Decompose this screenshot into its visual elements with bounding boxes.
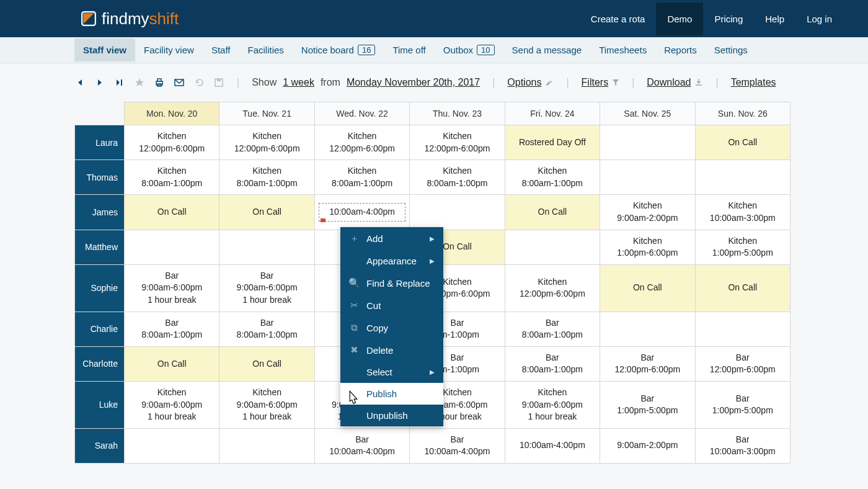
schedule-cell[interactable] — [505, 230, 600, 264]
tab-settings[interactable]: Settings — [706, 38, 756, 61]
schedule-cell[interactable]: Bar8:00am-1:00pm — [125, 312, 219, 346]
staff-name-cell[interactable]: Charlotte — [75, 346, 125, 381]
schedule-cell[interactable]: Bar12:00pm-6:00pm — [600, 346, 695, 381]
nav-login[interactable]: Log in — [795, 2, 843, 35]
day-header[interactable]: Wed. Nov. 22 — [314, 102, 409, 125]
schedule-cell[interactable]: 10:00am-4:00pm — [505, 428, 600, 463]
schedule-cell[interactable]: Kitchen12:00pm-6:00pm — [125, 125, 219, 160]
schedule-cell[interactable]: On Call — [695, 264, 790, 312]
schedule-cell[interactable]: On Call — [219, 195, 314, 230]
schedule-cell[interactable]: Kitchen12:00pm-6:00pm — [219, 125, 314, 160]
nav-pricing[interactable]: Pricing — [703, 2, 754, 35]
menu-delete[interactable]: ✖ Delete — [340, 339, 443, 361]
tab-facility-view[interactable]: Facility view — [135, 38, 203, 61]
schedule-cell[interactable]: 10:00am-4:00pm — [314, 195, 409, 230]
schedule-cell[interactable]: Rostered Day Off — [505, 125, 600, 160]
skip-icon[interactable] — [114, 77, 125, 88]
schedule-cell[interactable]: Bar12:00pm-6:00pm — [695, 346, 790, 381]
schedule-cell[interactable]: Bar1:00pm-5:00pm — [695, 381, 790, 428]
schedule-cell[interactable]: Bar9:00am-6:00pm1 hour break — [219, 264, 314, 312]
range-link[interactable]: 1 week — [283, 77, 314, 88]
schedule-cell[interactable]: Kitchen9:00am-6:00pm1 hour break — [505, 381, 600, 428]
schedule-cell[interactable]: Kitchen8:00am-1:00pm — [219, 160, 314, 195]
nav-create-rota[interactable]: Create a rota — [580, 2, 657, 35]
schedule-cell[interactable]: Kitchen8:00am-1:00pm — [410, 160, 505, 195]
nav-demo[interactable]: Demo — [656, 2, 703, 35]
schedule-cell[interactable] — [125, 428, 219, 463]
options-link[interactable]: Options — [507, 77, 554, 88]
schedule-cell[interactable]: On Call — [695, 125, 790, 160]
tab-facilities[interactable]: Facilities — [239, 38, 292, 61]
tab-send-message[interactable]: Send a message — [503, 38, 591, 61]
tab-staff[interactable]: Staff — [203, 38, 239, 61]
schedule-cell[interactable]: Bar8:00am-1:00pm — [219, 312, 314, 346]
day-header[interactable]: Mon. Nov. 20 — [125, 102, 219, 125]
schedule-cell[interactable] — [695, 312, 790, 346]
schedule-cell[interactable]: On Call — [219, 346, 314, 381]
staff-name-cell[interactable]: Luke — [75, 381, 125, 428]
schedule-cell[interactable]: Kitchen9:00am-6:00pm1 hour break — [219, 381, 314, 428]
schedule-cell[interactable]: Kitchen8:00am-1:00pm — [125, 160, 219, 195]
schedule-cell[interactable] — [600, 160, 695, 195]
schedule-cell[interactable]: Kitchen12:00pm-6:00pm — [505, 264, 600, 312]
schedule-cell[interactable]: Kitchen12:00pm-6:00pm — [410, 125, 505, 160]
staff-name-cell[interactable]: Charlie — [75, 312, 125, 346]
staff-name-cell[interactable]: Matthew — [75, 230, 125, 264]
nav-help[interactable]: Help — [754, 2, 795, 35]
staff-name-cell[interactable]: Thomas — [75, 160, 125, 195]
tab-outbox[interactable]: Outbox 10 — [435, 38, 503, 61]
undo-icon[interactable] — [193, 77, 205, 88]
schedule-cell[interactable]: On Call — [125, 346, 219, 381]
day-header[interactable]: Sat. Nov. 25 — [600, 102, 695, 125]
schedule-cell[interactable]: Kitchen8:00am-1:00pm — [505, 160, 600, 195]
menu-find-replace[interactable]: 🔍 Find & Replace — [340, 272, 443, 294]
schedule-cell[interactable] — [125, 230, 219, 264]
menu-add[interactable]: ＋ Add ▶ — [340, 227, 443, 250]
schedule-cell[interactable]: Bar1:00pm-5:00pm — [600, 381, 695, 428]
next-icon[interactable] — [94, 77, 105, 88]
schedule-cell[interactable] — [219, 428, 314, 463]
day-header[interactable]: Tue. Nov. 21 — [219, 102, 314, 125]
schedule-cell[interactable]: Bar10:00am-4:00pm — [410, 428, 505, 463]
tab-staff-view[interactable]: Staff view — [74, 38, 135, 61]
schedule-cell[interactable]: Bar9:00am-6:00pm1 hour break — [125, 264, 219, 312]
date-link[interactable]: Monday November 20th, 2017 — [347, 77, 480, 88]
day-header[interactable]: Thu. Nov. 23 — [410, 102, 505, 125]
day-header[interactable]: Fri. Nov. 24 — [505, 102, 600, 125]
menu-publish[interactable]: Publish — [340, 383, 443, 405]
schedule-cell[interactable] — [410, 195, 505, 230]
print-icon[interactable] — [154, 77, 165, 88]
prev-icon[interactable] — [74, 77, 86, 88]
brand-logo[interactable]: findmyshift — [81, 9, 179, 29]
schedule-cell[interactable]: Bar10:00am-4:00pm — [314, 428, 409, 463]
schedule-cell[interactable]: On Call — [600, 264, 695, 312]
tab-reports[interactable]: Reports — [655, 38, 706, 61]
schedule-cell[interactable]: On Call — [125, 195, 219, 230]
tab-timesheets[interactable]: Timesheets — [590, 38, 655, 61]
day-header[interactable]: Sun. Nov. 26 — [695, 102, 790, 125]
templates-link[interactable]: Templates — [731, 77, 776, 88]
schedule-cell[interactable] — [600, 125, 695, 160]
schedule-cell[interactable]: Kitchen10:00am-3:00pm — [695, 195, 790, 230]
menu-appearance[interactable]: Appearance ▶ — [340, 250, 443, 272]
schedule-cell[interactable]: Kitchen12:00pm-6:00pm — [314, 125, 409, 160]
menu-unpublish[interactable]: Unpublish — [340, 405, 443, 426]
staff-name-cell[interactable]: Laura — [75, 125, 125, 160]
schedule-cell[interactable]: Kitchen1:00pm-5:00pm — [695, 230, 790, 264]
download-link[interactable]: Download — [647, 77, 703, 88]
mail-icon[interactable] — [174, 77, 185, 88]
menu-copy[interactable]: ⧉ Copy — [340, 316, 443, 339]
schedule-cell[interactable]: Kitchen8:00am-1:00pm — [314, 160, 409, 195]
save-icon[interactable] — [213, 77, 224, 88]
schedule-cell[interactable]: 9:00am-2:00pm — [600, 428, 695, 463]
schedule-cell[interactable]: Kitchen9:00am-2:00pm — [600, 195, 695, 230]
filters-link[interactable]: Filters — [582, 77, 620, 88]
staff-name-cell[interactable]: James — [75, 195, 125, 230]
schedule-cell[interactable]: Kitchen9:00am-6:00pm1 hour break — [125, 381, 219, 428]
menu-cut[interactable]: ✂ Cut — [340, 294, 443, 316]
staff-name-cell[interactable]: Sophie — [75, 264, 125, 312]
staff-name-cell[interactable]: Sarah — [75, 428, 125, 463]
menu-select[interactable]: Select ▶ — [340, 361, 443, 383]
schedule-cell[interactable] — [219, 230, 314, 264]
star-icon[interactable] — [134, 77, 145, 88]
